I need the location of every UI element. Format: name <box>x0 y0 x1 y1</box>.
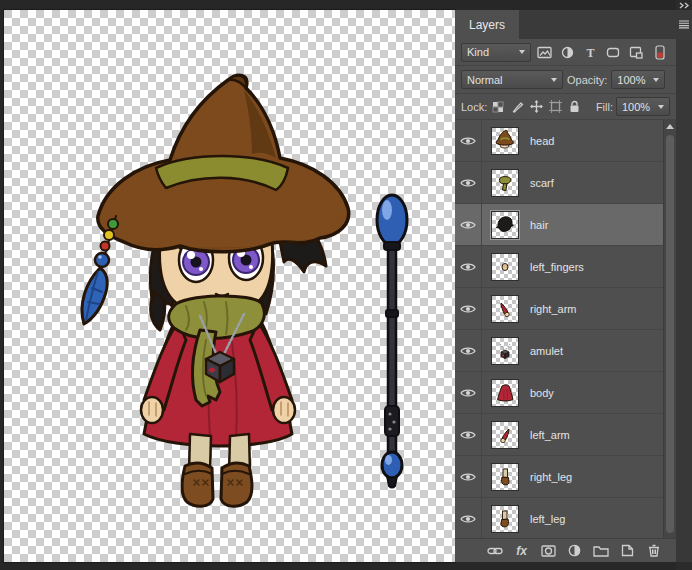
type-layers-icon: T <box>584 46 597 59</box>
visibility-toggle[interactable] <box>455 246 482 287</box>
chevron-down-icon <box>551 78 557 82</box>
layer-row-right-arm[interactable]: right_arm <box>455 288 663 330</box>
layer-row-amulet[interactable]: amulet <box>455 330 663 372</box>
blend-mode-row: Normal Opacity: 100% <box>455 66 676 94</box>
visibility-toggle[interactable] <box>455 330 482 371</box>
filtering-toggle-button[interactable] <box>650 43 670 62</box>
layer-mask-icon <box>541 545 556 557</box>
opacity-value: 100% <box>617 74 649 86</box>
lock-transparent-pixels-button[interactable] <box>490 98 506 116</box>
fill-value: 100% <box>622 101 654 113</box>
opacity-label: Opacity: <box>567 74 607 86</box>
eye-icon <box>460 178 476 188</box>
layer-row-hair[interactable]: hair <box>455 204 663 246</box>
character-art <box>82 75 349 506</box>
eye-icon <box>460 262 476 272</box>
adjustment-layers-icon <box>561 46 574 59</box>
smart-objects-filter-button[interactable] <box>626 43 646 62</box>
link-icon <box>487 546 503 556</box>
chevron-down-icon <box>658 105 664 109</box>
document-canvas[interactable] <box>4 10 455 562</box>
panel-tab-bar: Layers <box>455 10 676 39</box>
layer-thumbnail[interactable] <box>491 127 519 155</box>
lock-image-pixels-button[interactable] <box>509 98 525 116</box>
scrollbar-thumb[interactable] <box>666 135 674 533</box>
kind-filter-dropdown[interactable]: Kind <box>461 43 531 62</box>
layer-effects-button[interactable]: fx <box>512 541 532 560</box>
visibility-toggle[interactable] <box>455 288 482 329</box>
layer-row-left-leg[interactable]: left_leg <box>455 498 663 538</box>
visibility-toggle[interactable] <box>455 162 482 203</box>
thumb-art-scarf <box>492 170 518 196</box>
lock-position-button[interactable] <box>528 98 544 116</box>
eye-icon <box>460 136 476 146</box>
new-layer-icon <box>621 544 634 557</box>
new-group-button[interactable] <box>591 541 611 560</box>
tab-layers[interactable]: Layers <box>455 10 519 39</box>
visibility-toggle[interactable] <box>455 120 482 161</box>
layer-thumbnail[interactable] <box>491 337 519 365</box>
layers-panel: Layers Kind <box>455 10 676 562</box>
layer-thumbnail[interactable] <box>491 505 519 533</box>
link-layers-button[interactable] <box>485 541 505 560</box>
collapse-panels-button[interactable] <box>676 1 692 10</box>
eye-icon <box>460 304 476 314</box>
lock-all-button[interactable] <box>566 98 582 116</box>
layer-row-head[interactable]: head <box>455 120 663 162</box>
eye-icon <box>460 472 476 482</box>
smart-object-icon <box>629 46 643 59</box>
layer-name: right_leg <box>530 471 572 483</box>
pixel-layers-icon <box>537 46 552 59</box>
panel-dock-strip <box>676 0 692 570</box>
add-layer-mask-button[interactable] <box>538 541 558 560</box>
layer-thumbnail[interactable] <box>491 421 519 449</box>
eye-icon <box>460 346 476 356</box>
layer-thumbnail[interactable] <box>491 463 519 491</box>
visibility-toggle[interactable] <box>455 372 482 413</box>
fill-field[interactable]: 100% <box>616 97 670 116</box>
layer-thumbnail[interactable] <box>491 253 519 281</box>
layer-name: right_arm <box>530 303 576 315</box>
eye-icon <box>460 388 476 398</box>
layer-list-scrollbar[interactable] <box>663 120 676 538</box>
panel-menu-button[interactable] <box>676 10 692 39</box>
lock-label: Lock: <box>461 101 487 113</box>
layer-row-body[interactable]: body <box>455 372 663 414</box>
type-layers-filter-button[interactable]: T <box>580 43 600 62</box>
eye-icon <box>460 220 476 230</box>
pixel-layers-filter-button[interactable] <box>534 43 554 62</box>
adjustment-layers-filter-button[interactable] <box>557 43 577 62</box>
layer-row-scarf[interactable]: scarf <box>455 162 663 204</box>
canvas-artwork <box>4 10 455 562</box>
kind-filter-value: Kind <box>467 46 515 58</box>
new-adjustment-layer-button[interactable] <box>565 541 585 560</box>
layer-thumbnail[interactable] <box>491 295 519 323</box>
thumb-art-left-arm <box>492 422 518 448</box>
shape-layers-filter-button[interactable] <box>603 43 623 62</box>
layer-row-left-arm[interactable]: left_arm <box>455 414 663 456</box>
blend-mode-dropdown[interactable]: Normal <box>461 70 563 89</box>
visibility-toggle[interactable] <box>455 498 482 538</box>
layer-row-left-fingers[interactable]: left_fingers <box>455 246 663 288</box>
lock-artboard-nesting-button[interactable] <box>547 98 563 116</box>
scroll-up-arrow[interactable] <box>664 120 676 133</box>
delete-layer-button[interactable] <box>644 541 664 560</box>
thumb-art-right-leg <box>492 464 518 490</box>
visibility-toggle[interactable] <box>455 456 482 497</box>
layers-panel-footer: fx <box>455 538 676 562</box>
new-layer-button[interactable] <box>618 541 638 560</box>
layer-name: left_arm <box>530 429 570 441</box>
thumb-art-right-arm <box>492 296 518 322</box>
layer-name: body <box>530 387 554 399</box>
layer-row-right-leg[interactable]: right_leg <box>455 456 663 498</box>
panel-menu-icon <box>679 20 689 29</box>
thumb-art-left-fingers <box>492 254 518 280</box>
opacity-field[interactable]: 100% <box>611 70 665 89</box>
visibility-toggle[interactable] <box>455 204 482 245</box>
layer-thumbnail[interactable] <box>491 379 519 407</box>
layer-thumbnail[interactable] <box>491 169 519 197</box>
layer-thumbnail[interactable] <box>491 211 519 239</box>
photoshop-window: Layers Kind <box>0 0 692 570</box>
fill-label: Fill: <box>596 101 613 113</box>
visibility-toggle[interactable] <box>455 414 482 455</box>
